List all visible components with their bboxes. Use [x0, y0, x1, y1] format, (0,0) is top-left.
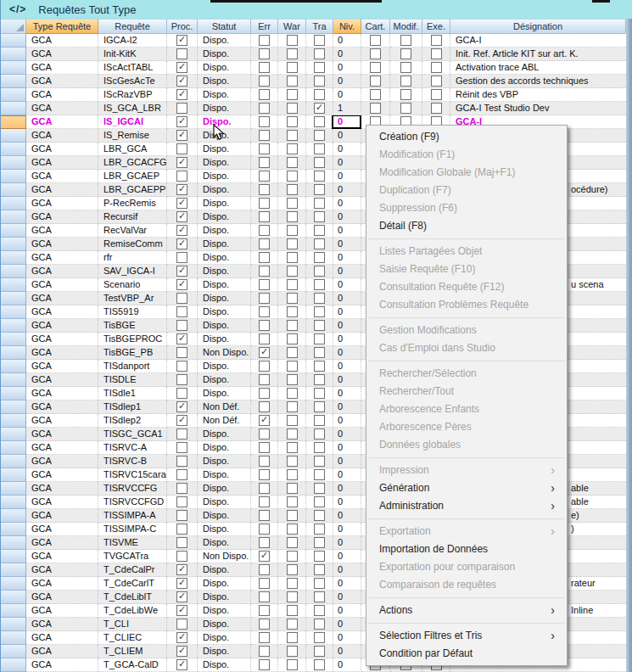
cell-type-requete[interactable]: GCA: [26, 604, 98, 618]
cell-niveau[interactable]: 0: [333, 536, 361, 550]
checkbox-tra-cell[interactable]: [306, 441, 333, 455]
checkbox-tra-cell[interactable]: [306, 278, 333, 292]
cell-niveau[interactable]: 0: [333, 224, 361, 238]
checkbox-err-unchecked[interactable]: [259, 211, 270, 222]
checkbox-war-unchecked[interactable]: [287, 238, 298, 249]
checkbox-err-cell[interactable]: [251, 102, 278, 115]
cell-statut[interactable]: Dispo.: [198, 645, 251, 658]
cell-type-requete[interactable]: GCA: [26, 550, 98, 563]
checkbox-proc-cell[interactable]: [167, 305, 198, 319]
cell-type-requete[interactable]: GCA: [26, 658, 98, 672]
column-header-type-requete[interactable]: Type Requête: [26, 19, 98, 34]
cell-statut[interactable]: Dispo.: [198, 224, 251, 238]
row-selector[interactable]: [1, 197, 26, 210]
cell-statut[interactable]: Dispo.: [198, 292, 251, 305]
row-selector[interactable]: [1, 536, 26, 550]
checkbox-cart-unchecked[interactable]: [370, 35, 381, 46]
checkbox-proc-unchecked[interactable]: [176, 456, 187, 467]
checkbox-war-unchecked[interactable]: [287, 659, 298, 670]
cell-niveau[interactable]: 0: [333, 496, 361, 509]
cell-niveau[interactable]: 0: [333, 170, 361, 183]
checkbox-proc-cell[interactable]: ✓: [167, 34, 198, 48]
cell-niveau[interactable]: 0: [333, 197, 361, 210]
cell-type-requete[interactable]: GCA: [26, 210, 98, 224]
cell-niveau[interactable]: 0: [333, 61, 361, 75]
cell-type-requete[interactable]: GCA: [26, 34, 98, 48]
cell-requete[interactable]: TISdlep1: [98, 400, 167, 414]
checkbox-war-cell[interactable]: [278, 292, 306, 305]
cell-designation[interactable]: Activation trace ABL: [450, 61, 626, 75]
checkbox-war-unchecked[interactable]: [287, 605, 298, 616]
cell-niveau[interactable]: 0: [333, 631, 361, 645]
checkbox-proc-unchecked[interactable]: [176, 388, 187, 399]
checkbox-err-unchecked[interactable]: [259, 537, 270, 548]
cell-statut[interactable]: Dispo.: [198, 604, 251, 618]
checkbox-war-unchecked[interactable]: [287, 578, 298, 589]
column-header-tra[interactable]: Tra: [306, 19, 333, 34]
cell-statut[interactable]: Dispo.: [198, 278, 251, 292]
checkbox-tra-unchecked[interactable]: [314, 415, 325, 426]
checkbox-proc-unchecked[interactable]: [176, 442, 187, 453]
checkbox-proc-unchecked[interactable]: [176, 483, 187, 494]
checkbox-tra-unchecked[interactable]: [314, 524, 325, 535]
checkbox-err-unchecked[interactable]: [259, 659, 270, 670]
checkbox-war-cell[interactable]: [278, 563, 306, 577]
row-selector[interactable]: [1, 645, 26, 658]
checkbox-err-cell[interactable]: [251, 75, 278, 88]
cell-requete[interactable]: TisBGE_PB: [98, 346, 167, 360]
select-all-corner[interactable]: [1, 19, 26, 34]
checkbox-err-cell[interactable]: [251, 292, 278, 305]
checkbox-war-cell[interactable]: [278, 183, 306, 197]
cell-statut[interactable]: Dispo.: [198, 102, 251, 115]
cell-requete[interactable]: IScRazVBP: [98, 88, 167, 102]
checkbox-err-unchecked[interactable]: [259, 510, 270, 521]
cell-designation[interactable]: GCA-I Test Studio Dev: [450, 102, 626, 115]
checkbox-war-cell[interactable]: [278, 88, 306, 102]
checkbox-proc-cell[interactable]: [167, 482, 198, 496]
row-selector[interactable]: [1, 102, 26, 115]
column-header-modif[interactable]: Modif.: [390, 19, 422, 34]
row-selector[interactable]: [1, 563, 26, 577]
checkbox-war-unchecked[interactable]: [287, 293, 298, 304]
checkbox-war-cell[interactable]: [278, 319, 306, 333]
checkbox-proc-cell[interactable]: ✓: [167, 224, 198, 238]
cell-statut[interactable]: Dispo.: [198, 509, 251, 523]
checkbox-proc-checked[interactable]: ✓: [176, 578, 187, 589]
checkbox-proc-cell[interactable]: ✓: [167, 183, 198, 197]
cell-requete[interactable]: IScActTABL: [98, 61, 167, 75]
checkbox-proc-checked[interactable]: ✓: [176, 401, 187, 412]
checkbox-tra-unchecked[interactable]: [314, 510, 325, 521]
checkbox-war-unchecked[interactable]: [287, 401, 298, 412]
checkbox-war-cell[interactable]: [278, 48, 306, 61]
checkbox-tra-unchecked[interactable]: [314, 347, 325, 358]
checkbox-proc-unchecked[interactable]: [176, 252, 187, 263]
checkbox-war-unchecked[interactable]: [287, 551, 298, 562]
row-selector[interactable]: [1, 305, 26, 319]
checkbox-proc-unchecked[interactable]: [176, 293, 187, 304]
checkbox-err-unchecked[interactable]: [259, 252, 270, 263]
row-selector[interactable]: [1, 170, 26, 183]
cell-requete[interactable]: TISDLE: [98, 373, 167, 387]
row-selector[interactable]: [1, 455, 26, 468]
checkbox-tra-unchecked[interactable]: [314, 211, 325, 222]
checkbox-cart-cell[interactable]: [361, 61, 390, 75]
checkbox-proc-cell[interactable]: [167, 102, 198, 115]
checkbox-war-cell[interactable]: [278, 523, 306, 536]
cell-requete[interactable]: TISSIMPA-C: [98, 523, 167, 536]
checkbox-war-unchecked[interactable]: [287, 266, 298, 277]
row-selector[interactable]: [1, 115, 26, 129]
checkbox-war-cell[interactable]: [278, 604, 306, 618]
checkbox-proc-checked[interactable]: ✓: [176, 605, 187, 616]
checkbox-war-cell[interactable]: [278, 631, 306, 645]
checkbox-tra-cell[interactable]: [306, 455, 333, 468]
checkbox-war-cell[interactable]: [278, 156, 306, 170]
checkbox-proc-cell[interactable]: ✓: [167, 414, 198, 428]
checkbox-err-unchecked[interactable]: [259, 442, 270, 453]
cell-requete[interactable]: SAV_IGCA-I: [98, 265, 167, 278]
cell-niveau[interactable]: 0: [333, 387, 361, 400]
cell-type-requete[interactable]: GCA: [26, 563, 98, 577]
checkbox-proc-cell[interactable]: [167, 536, 198, 550]
cell-type-requete[interactable]: GCA: [26, 88, 98, 102]
checkbox-war-cell[interactable]: [278, 428, 306, 441]
cell-type-requete[interactable]: GCA: [26, 305, 98, 319]
